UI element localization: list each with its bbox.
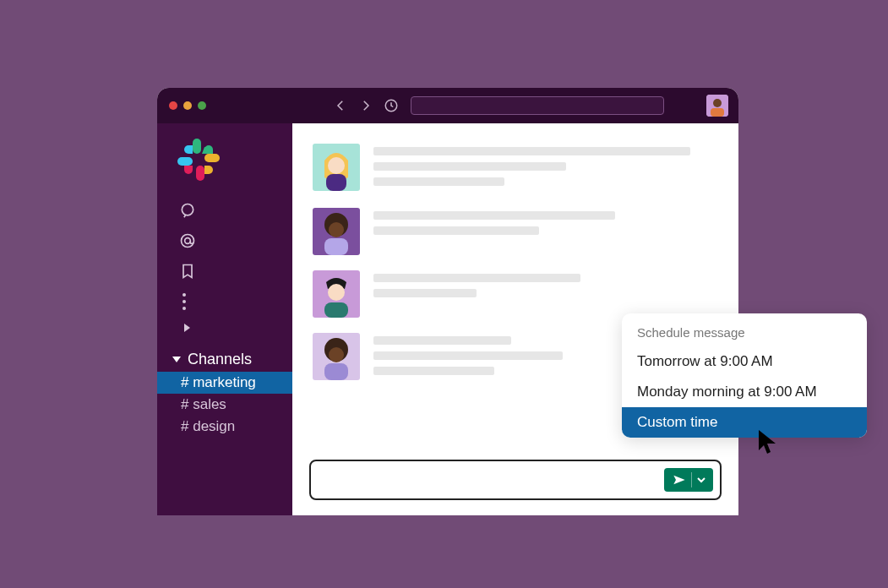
send-button[interactable] <box>664 468 713 492</box>
svg-rect-9 <box>204 150 213 154</box>
slack-logo-icon <box>176 137 221 182</box>
svg-point-16 <box>182 204 193 215</box>
svg-point-17 <box>182 235 194 248</box>
svg-rect-11 <box>204 166 209 174</box>
threads-icon[interactable] <box>179 202 196 219</box>
more-icon[interactable] <box>183 293 292 310</box>
svg-rect-25 <box>324 238 348 255</box>
section-label: Channels <box>188 351 252 368</box>
cursor-icon <box>755 428 782 455</box>
svg-point-20 <box>328 157 345 174</box>
channel-sales[interactable]: # sales <box>157 394 292 416</box>
svg-rect-4 <box>193 139 201 154</box>
message-text-placeholder <box>373 208 718 255</box>
schedule-option-monday[interactable]: Monday morning at 9:00 AM <box>622 377 867 407</box>
avatar[interactable] <box>313 144 360 191</box>
svg-rect-13 <box>184 166 193 170</box>
minimize-window-button[interactable] <box>183 101 192 110</box>
svg-point-18 <box>185 238 191 244</box>
svg-rect-3 <box>711 108 724 117</box>
svg-rect-5 <box>204 154 220 162</box>
mentions-icon[interactable] <box>179 232 196 249</box>
svg-point-27 <box>328 284 345 301</box>
svg-point-31 <box>329 347 344 362</box>
svg-point-2 <box>713 99 722 107</box>
bookmark-icon[interactable] <box>179 263 196 280</box>
svg-rect-21 <box>326 174 346 191</box>
channel-design[interactable]: # design <box>157 416 292 438</box>
svg-rect-6 <box>196 166 204 181</box>
schedule-option-custom[interactable]: Custom time <box>622 407 867 438</box>
message-item <box>313 144 718 193</box>
message-item <box>313 208 718 255</box>
svg-rect-7 <box>177 157 193 166</box>
maximize-window-button[interactable] <box>198 101 206 110</box>
search-input[interactable] <box>411 96 664 115</box>
channel-marketing[interactable]: # marketing <box>157 372 292 394</box>
back-icon[interactable] <box>333 98 348 113</box>
avatar[interactable] <box>313 333 360 380</box>
app-window: Channels # marketing # sales # design <box>157 88 738 515</box>
sidebar: Channels # marketing # sales # design <box>157 123 292 515</box>
history-icon[interactable] <box>384 98 399 113</box>
title-bar <box>157 88 738 123</box>
message-item <box>313 270 718 318</box>
svg-rect-32 <box>324 363 348 380</box>
svg-point-24 <box>329 222 344 237</box>
message-text-placeholder <box>373 144 718 193</box>
user-avatar[interactable] <box>706 95 728 117</box>
avatar[interactable] <box>313 270 360 318</box>
channels-section-header[interactable]: Channels <box>157 347 292 372</box>
popup-title: Schedule message <box>622 324 867 346</box>
history-nav <box>333 98 399 113</box>
svg-rect-15 <box>188 145 193 154</box>
message-composer[interactable] <box>309 460 722 500</box>
close-window-button[interactable] <box>169 101 177 110</box>
message-pane: Schedule message Tomorrow at 9:00 AM Mon… <box>292 123 738 515</box>
svg-rect-28 <box>324 302 348 318</box>
send-icon <box>673 474 686 486</box>
message-text-placeholder <box>373 270 718 318</box>
expand-icon[interactable] <box>184 324 190 332</box>
window-controls <box>169 101 206 110</box>
avatar[interactable] <box>313 208 360 255</box>
forward-icon[interactable] <box>358 98 373 113</box>
chevron-down-icon[interactable] <box>697 476 705 483</box>
schedule-option-tomorrow[interactable]: Tomorrow at 9:00 AM <box>622 346 867 377</box>
caret-down-icon <box>172 357 181 362</box>
schedule-message-popup: Schedule message Tomorrow at 9:00 AM Mon… <box>622 313 867 438</box>
